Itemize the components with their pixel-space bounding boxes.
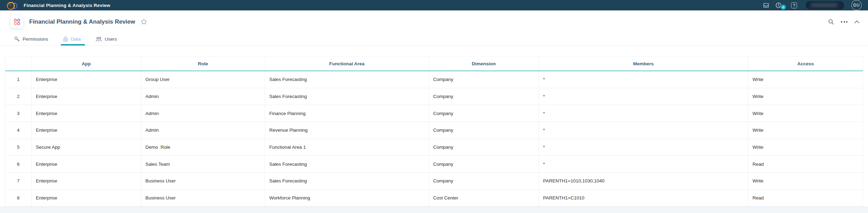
time-tracker-icon[interactable]: 0 — [775, 2, 782, 9]
cell-functional-area: Functional Area 1 — [265, 139, 429, 156]
cell-role: Admin — [141, 105, 265, 122]
cell-functional-area: Finance Planning — [265, 105, 429, 122]
tab-label: Users — [105, 36, 117, 42]
cell-access: Read — [748, 190, 863, 206]
cell-dimension: Company — [429, 71, 539, 88]
lock-icon — [63, 36, 68, 42]
cell-dimension: Company — [429, 88, 539, 105]
tab-data[interactable]: Data — [63, 33, 81, 45]
cell-members: PARENTH1=1010,1030,1040 — [539, 173, 748, 189]
cell-members: * — [539, 122, 748, 139]
cell-role: Admin — [141, 88, 265, 105]
app-grid-icon — [14, 19, 20, 25]
cell-members: * — [539, 88, 748, 105]
tab-bar: Permissions Data Users — [0, 33, 868, 46]
cell-app: Enterprise — [32, 190, 141, 206]
row-number: 7 — [5, 173, 32, 189]
cell-members: * — [539, 139, 748, 156]
cell-functional-area: Sales Forecasting — [265, 156, 429, 172]
table-row[interactable]: 6 Enterprise Sales Team Sales Forecastin… — [5, 156, 863, 173]
tab-permissions[interactable]: Permissions — [14, 33, 48, 45]
cell-functional-area: Sales Forecasting — [265, 173, 429, 189]
tab-label: Permissions — [23, 36, 48, 42]
help-icon[interactable]: ? — [791, 2, 797, 8]
col-header-functional-area: Functional Area — [265, 57, 429, 71]
users-icon — [95, 36, 102, 42]
cell-access: Write — [748, 88, 863, 105]
col-header-app: App — [32, 57, 141, 71]
cell-members: * — [539, 71, 748, 88]
cell-members: * — [539, 105, 748, 122]
cell-app: Enterprise — [32, 173, 141, 189]
cell-functional-area: Workforce Planning — [265, 190, 429, 206]
data-permissions-table: App Role Functional Area Dimension Membe… — [5, 56, 863, 207]
cell-members: PARENTH1=C1010 — [539, 190, 748, 206]
favorite-star-icon[interactable] — [141, 18, 147, 25]
cell-role: Business User — [141, 173, 265, 189]
cell-app: Enterprise — [32, 156, 141, 172]
cell-access: Write — [748, 105, 863, 122]
cell-role: Business User — [141, 190, 265, 206]
row-number: 2 — [5, 88, 32, 105]
col-header-access: Access — [748, 57, 863, 71]
cell-dimension: Company — [429, 173, 539, 189]
cell-app: Enterprise — [32, 71, 141, 88]
collapse-chevron-up-icon[interactable] — [854, 20, 860, 24]
col-header-dimension: Dimension — [429, 57, 539, 71]
table-row[interactable]: 8 Enterprise Business User Workforce Pla… — [5, 190, 863, 207]
cell-role: Demo Role — [141, 139, 265, 156]
top-app-bar: Financial Planning & Analysis Review 0 ?… — [0, 0, 868, 10]
tab-label: Data — [71, 36, 81, 42]
cell-functional-area: Sales Forecasting — [265, 88, 429, 105]
cell-app: Enterprise — [32, 88, 141, 105]
redacted-text-blur — [811, 3, 838, 7]
cell-app: Secure App — [32, 139, 141, 156]
table-row[interactable]: 5 Secure App Demo Role Functional Area 1… — [5, 139, 863, 156]
cell-access: Write — [748, 139, 863, 156]
cell-dimension: Company — [429, 139, 539, 156]
table-row[interactable]: 2 Enterprise Admin Sales Forecasting Com… — [5, 88, 863, 105]
more-options-icon[interactable] — [841, 20, 847, 24]
table-row[interactable]: 7 Enterprise Business User Sales Forecas… — [5, 173, 863, 190]
tab-users[interactable]: Users — [95, 33, 117, 45]
planful-logo-icon[interactable] — [6, 1, 20, 10]
row-number: 8 — [5, 190, 32, 206]
row-number: 3 — [5, 105, 32, 122]
table-row[interactable]: 1 Enterprise Group User Sales Forecastin… — [5, 71, 863, 88]
inbox-icon[interactable] — [763, 2, 769, 8]
table-row[interactable]: 4 Enterprise Admin Revenue Planning Comp… — [5, 122, 863, 139]
cell-functional-area: Sales Forecasting — [265, 71, 429, 88]
cell-functional-area: Revenue Planning — [265, 122, 429, 139]
user-avatar[interactable]: DU — [851, 0, 862, 10]
page-title: Financial Planning & Analysis Review — [29, 18, 135, 25]
col-header-index — [5, 57, 32, 71]
cell-app: Enterprise — [32, 122, 141, 139]
search-icon[interactable] — [828, 19, 834, 25]
active-tab-underline — [61, 44, 85, 46]
cell-dimension: Company — [429, 122, 539, 139]
cell-app: Enterprise — [32, 105, 141, 122]
cell-role: Sales Team — [141, 156, 265, 172]
row-number: 6 — [5, 156, 32, 172]
cell-dimension: Company — [429, 105, 539, 122]
topbar-actions: 0 ? DU — [763, 0, 862, 10]
cell-access: Write — [748, 173, 863, 189]
cell-access: Read — [748, 156, 863, 172]
app-icon-card — [10, 15, 23, 28]
topbar-app-title: Financial Planning & Analysis Review — [24, 3, 110, 8]
cell-access: Write — [748, 71, 863, 88]
header-actions — [828, 19, 860, 25]
key-icon — [14, 36, 20, 42]
table-row[interactable]: 3 Enterprise Admin Finance Planning Comp… — [5, 105, 863, 122]
col-header-members: Members — [539, 57, 748, 71]
table-header-row: App Role Functional Area Dimension Membe… — [5, 56, 863, 71]
page-header: Financial Planning & Analysis Review — [0, 10, 868, 33]
row-number: 1 — [5, 71, 32, 88]
cell-dimension: Cost Center — [429, 190, 539, 206]
cell-role: Group User — [141, 71, 265, 88]
row-number: 5 — [5, 139, 32, 156]
cell-role: Admin — [141, 122, 265, 139]
page-bottom-band — [0, 207, 868, 213]
cell-dimension: Company — [429, 156, 539, 172]
row-number: 4 — [5, 122, 32, 139]
